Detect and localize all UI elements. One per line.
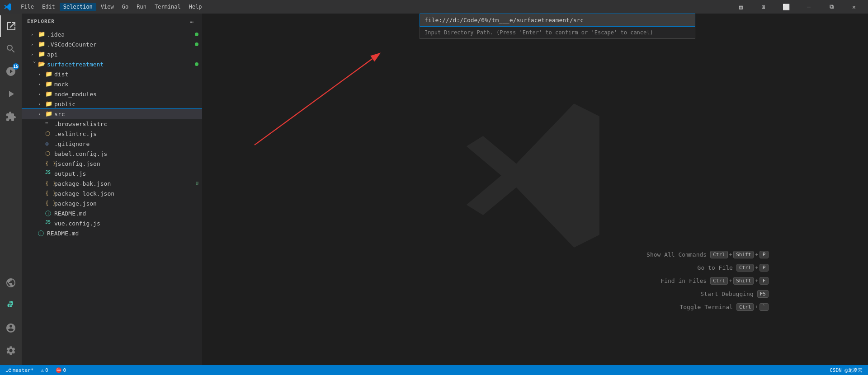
tree-item-browserslistrc[interactable]: › ≡ .browserslistrc [22,119,202,129]
sidebar-toggle-button[interactable]: ▤ [731,0,751,14]
main-layout: 15 [0,14,868,365]
kbd-ctrl: Ctrl [710,277,728,285]
menu-file[interactable]: File [17,3,38,11]
tree-item-idea[interactable]: › 📁 .idea [22,29,202,39]
shortcut-label: Show All Commands [646,251,707,258]
menu-bar: File Edit Selection View Go Run Terminal… [17,3,206,11]
menu-go[interactable]: Go [118,3,132,11]
activity-bar: 15 [0,14,22,365]
shortcut-label: Start Debugging [700,291,753,297]
menu-help[interactable]: Help [185,3,206,11]
tree-item-src[interactable]: › 📁 src [22,109,202,119]
input-directory-dialog: Input Directory Path. (Press 'Enter' to … [420,14,695,39]
file-json-icon: { } [45,190,52,197]
tree-item-readme-outer[interactable]: › ⓘ README.md [22,228,202,238]
file-tree[interactable]: › 📁 .idea › 📁 .VSCodeCounter › 📁 api › [22,29,202,365]
kbd-ctrl: Ctrl [736,303,754,311]
activity-source-control[interactable]: 15 [0,61,22,82]
tree-item-vscodecounter[interactable]: › 📁 .VSCodeCounter [22,39,202,49]
kbd-f5: F5 [757,290,769,298]
kbd-backtick: ` [760,303,769,311]
sidebar: EXPLORER ⋯ › 📁 .idea › 📁 .VSCodeCounter [22,14,203,365]
tree-item-eslintrc[interactable]: › ⬡ .eslintrc.js [22,129,202,139]
tree-item-package-bak[interactable]: › { } package-bak.json U [22,178,202,188]
activity-explorer[interactable] [0,15,22,37]
status-warnings[interactable]: ⛔ 0 [54,365,68,375]
activity-python[interactable] [0,295,22,316]
menu-edit[interactable]: Edit [38,3,59,11]
activity-extensions[interactable] [0,106,22,127]
shortcut-label: Toggle Terminal [679,304,732,310]
file-js-icon: ⬡ [45,130,52,137]
file-git-icon: ◇ [45,140,52,147]
folder-icon: 📁 [45,80,52,88]
kbd-f: F [760,277,769,285]
menu-view[interactable]: View [97,3,118,11]
tree-item-package-lock[interactable]: › { } package-lock.json [22,188,202,198]
activity-run-debug[interactable] [0,83,22,105]
kbd-shift: Shift [733,277,754,285]
tree-label: README.md [54,210,202,217]
tree-item-public[interactable]: › 📁 public [22,99,202,109]
tree-item-api[interactable]: › 📁 api [22,49,202,59]
tree-item-mock[interactable]: › 📁 mock [22,79,202,89]
tree-item-node-modules[interactable]: › 📁 node_modules [22,89,202,99]
kbd-plus: + [755,304,758,310]
panel-toggle-button[interactable]: ⬜ [776,0,797,14]
status-errors[interactable]: ⚠ 0 [39,365,50,375]
kbd-plus: + [755,278,758,284]
kbd-p: P [760,264,769,272]
untracked-badge: U [195,181,198,187]
chevron-icon: › [38,92,45,97]
menu-selection[interactable]: Selection [60,3,96,11]
tree-label: package-lock.json [54,190,202,197]
restore-button[interactable]: ⧉ [821,0,842,14]
activity-search[interactable] [0,38,22,60]
kbd-plus: + [755,252,758,258]
tree-item-surfacetreatment[interactable]: › 📂 surfacetreatment [22,59,202,69]
new-file-button[interactable]: ⋯ [187,17,197,27]
tree-item-babel[interactable]: › ⬡ babel.config.js [22,149,202,159]
tree-label: .VSCodeCounter [47,41,195,48]
sidebar-title: EXPLORER [27,19,55,24]
directory-path-input[interactable] [420,14,695,27]
layout-toggle-button[interactable]: ⊞ [753,0,774,14]
activity-remote[interactable] [0,272,22,294]
chevron-down-icon: › [32,61,37,68]
sidebar-actions: ⋯ [187,17,197,27]
kbd-group: F5 [757,290,769,298]
folder-icon: 📁 [38,51,45,58]
kbd-group: Ctrl + Shift + P [710,251,769,258]
tree-label: package.json [54,200,202,207]
activity-accounts[interactable] [0,317,22,339]
tree-item-vue-config[interactable]: › JS vue.config.js [22,218,202,228]
file-info-icon: ⓘ [45,210,52,217]
chevron-icon: › [38,72,45,77]
tree-item-package[interactable]: › { } package.json [22,198,202,208]
status-branch[interactable]: ⎇ master* [4,365,35,375]
titlebar-left: File Edit Selection View Go Run Terminal… [4,3,206,11]
shortcut-label: Find in Files [660,277,707,284]
file-js-plain-icon: JS [45,170,52,177]
chevron-icon: › [31,42,38,47]
vscode-watermark [456,94,614,253]
tree-item-jsconfig[interactable]: › { } jsconfig.json [22,159,202,169]
chevron-icon: › [31,32,38,37]
tree-item-readme-inner[interactable]: › ⓘ README.md [22,208,202,218]
chevron-icon: › [38,112,45,117]
activity-settings[interactable] [0,340,22,361]
kbd-group: Ctrl + P [736,264,769,272]
folder-icon: 📁 [38,31,45,38]
menu-run[interactable]: Run [133,3,150,11]
vscode-logo-icon [4,3,12,11]
tree-item-gitignore[interactable]: › ◇ .gitignore [22,139,202,149]
folder-icon: 📁 [45,90,52,98]
close-button[interactable]: ✕ [844,0,864,14]
tree-item-dist[interactable]: › 📁 dist [22,69,202,79]
minimize-button[interactable]: ─ [798,0,819,14]
menu-terminal[interactable]: Terminal [151,3,184,11]
tree-label: output.js [54,170,202,177]
tree-label: jsconfig.json [54,160,202,167]
tree-item-output[interactable]: › JS output.js [22,169,202,178]
source-control-badge: 15 [13,63,19,70]
